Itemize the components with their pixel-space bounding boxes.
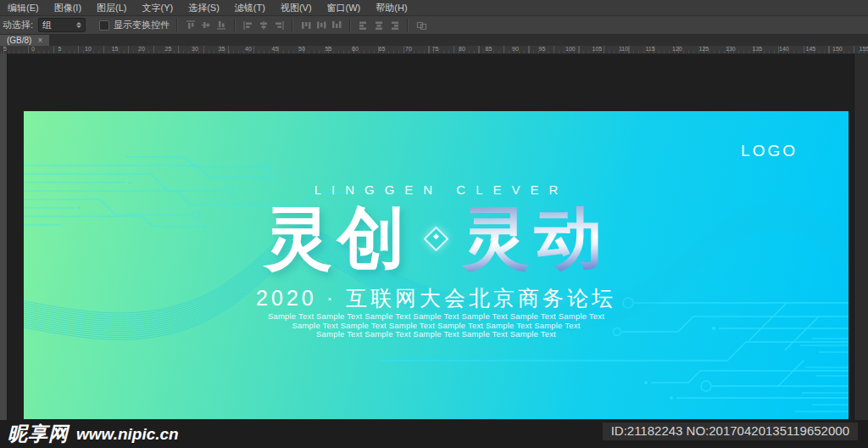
menu-item[interactable]: 窗口(W) <box>320 0 369 15</box>
ruler-label: 115 <box>644 46 671 53</box>
ruler-label: 70 <box>403 46 431 53</box>
distribute-left-icon[interactable] <box>358 20 370 31</box>
banner-tagline: LINGGEN CLEVER <box>24 182 849 197</box>
ruler-label: 5 <box>57 46 84 53</box>
sample-line: Sample Text Sample Text Sample Text Samp… <box>24 312 849 322</box>
ruler-label: 50 <box>297 46 324 53</box>
ruler-label: 130 <box>724 46 751 53</box>
distribute-icons-group <box>300 20 342 31</box>
separator <box>349 19 351 32</box>
menu-item[interactable]: 编辑(E) <box>0 0 47 15</box>
menu-item[interactable]: 视图(V) <box>273 0 320 15</box>
banner-title-right: 灵动 <box>462 203 608 274</box>
separator <box>407 19 409 32</box>
ruler-label: 135 <box>751 46 778 53</box>
align-icons-group-2 <box>242 20 285 31</box>
auto-select-label: 动选择: <box>3 19 33 31</box>
banner-title-left: 灵创 <box>264 203 410 274</box>
ruler-label: 15 <box>110 46 137 53</box>
align-horizontal-center-icon[interactable] <box>258 20 270 31</box>
menu-item[interactable]: 滤镜(T) <box>227 0 273 15</box>
ruler-label: 45 <box>270 46 298 53</box>
ruler-label: 35 <box>217 46 244 53</box>
ruler-label: 105 <box>591 46 618 53</box>
logo-text: LOGO <box>741 142 798 160</box>
distribute-vertical-center-icon[interactable] <box>315 20 327 31</box>
banner-sample-text: Sample Text Sample Text Sample Text Samp… <box>24 312 849 339</box>
ruler-label: 125 <box>698 46 725 53</box>
menu-item[interactable]: 图层(L) <box>89 0 134 15</box>
distribute-horizontal-center-icon[interactable] <box>373 20 385 31</box>
circuit-lines-right-edge <box>795 339 849 412</box>
ruler-label: 120 <box>670 46 698 53</box>
ruler-label: 25 <box>164 46 191 53</box>
ruler-label: 80 <box>457 46 484 53</box>
auto-select-mode-value: 组 <box>42 19 52 31</box>
auto-align-layers-icon[interactable] <box>415 20 428 31</box>
ruler-label: 20 <box>136 46 164 53</box>
ruler-label: 145 <box>804 46 832 53</box>
close-icon[interactable]: × <box>37 36 42 45</box>
ruler-label: 75 <box>431 46 458 53</box>
separator <box>234 19 236 32</box>
ruler-label: 110 <box>617 46 644 53</box>
align-bottom-icon[interactable] <box>215 20 227 31</box>
banner-title: 灵创 灵动 <box>24 203 849 274</box>
align-top-icon[interactable] <box>185 20 197 31</box>
ruler-label: 30 <box>190 46 217 53</box>
auto-select-mode-dropdown[interactable]: 组 <box>38 18 86 32</box>
ruler-label: 0 <box>30 46 57 53</box>
site-url: www.nipic.cn <box>76 425 179 444</box>
document-tab[interactable]: (GB/8) × <box>0 35 49 46</box>
ruler-label: 60 <box>350 46 377 53</box>
ruler-label: 150 <box>831 46 858 53</box>
align-vertical-center-icon[interactable] <box>200 20 212 31</box>
site-name: 昵享网 <box>8 421 69 447</box>
horizontal-ruler: 5051015202530354045505560657075808590951… <box>0 46 868 54</box>
vertical-scrollbar[interactable] <box>854 53 868 420</box>
menu-item[interactable]: 帮助(H) <box>368 0 415 15</box>
image-id-text: ID:21182243 NO:20170420135119652000 <box>603 423 858 440</box>
ruler-label: 10 <box>83 46 110 53</box>
ruler-label: 55 <box>324 46 351 53</box>
options-bar: 动选择: 组 显示变换控件 <box>0 16 868 35</box>
document-tab-strip: (GB/8) × <box>0 35 868 46</box>
show-transform-checkbox[interactable] <box>99 20 109 31</box>
align-left-icon[interactable] <box>242 20 254 31</box>
watermark-bar: 昵享网 www.nipic.cn ID:21182243 NO:20170420… <box>0 420 868 448</box>
distribute-icons-group-2 <box>358 20 400 31</box>
auto-align-group <box>415 20 428 31</box>
menu-item[interactable]: 选择(S) <box>181 0 227 15</box>
ruler-label: 85 <box>484 46 511 53</box>
show-transform-label: 显示变换控件 <box>114 19 170 31</box>
separator <box>176 19 178 32</box>
ruler-label: 100 <box>564 46 591 53</box>
distribute-bottom-icon[interactable] <box>331 20 342 31</box>
sample-line: Sample Text Sample Text Sample Text Samp… <box>24 330 849 339</box>
tools-panel-edge <box>0 53 8 420</box>
ruler-label: 90 <box>510 46 537 53</box>
document-tab-title: (GB/8) <box>7 36 31 45</box>
align-icons-group <box>185 20 227 31</box>
diamond-ornament-icon <box>424 226 449 251</box>
distribute-top-icon[interactable] <box>300 20 312 31</box>
align-right-icon[interactable] <box>273 20 285 31</box>
chevron-updown-icon <box>76 22 81 28</box>
banner-subtitle: 2020 · 互联网大会北京商务论坛 <box>24 284 849 312</box>
menu-item[interactable]: 图像(I) <box>47 0 89 15</box>
separator <box>292 19 293 32</box>
menu-item[interactable]: 文字(Y) <box>135 0 181 15</box>
menu-bar: 编辑(E)图像(I)图层(L)文字(Y)选择(S)滤镜(T)视图(V)窗口(W)… <box>0 0 868 16</box>
ruler-label: 95 <box>537 46 565 53</box>
ruler-label: 5 <box>2 46 30 53</box>
ruler-label: 40 <box>243 46 270 53</box>
ruler-label: 155 <box>858 46 868 53</box>
ruler-label: 140 <box>777 46 804 53</box>
banner-canvas: LOGO LINGGEN CLEVER 灵创 灵动 2020 · 互联网大会北京… <box>24 111 849 419</box>
distribute-right-icon[interactable] <box>388 20 400 31</box>
ruler-label: 65 <box>377 46 404 53</box>
